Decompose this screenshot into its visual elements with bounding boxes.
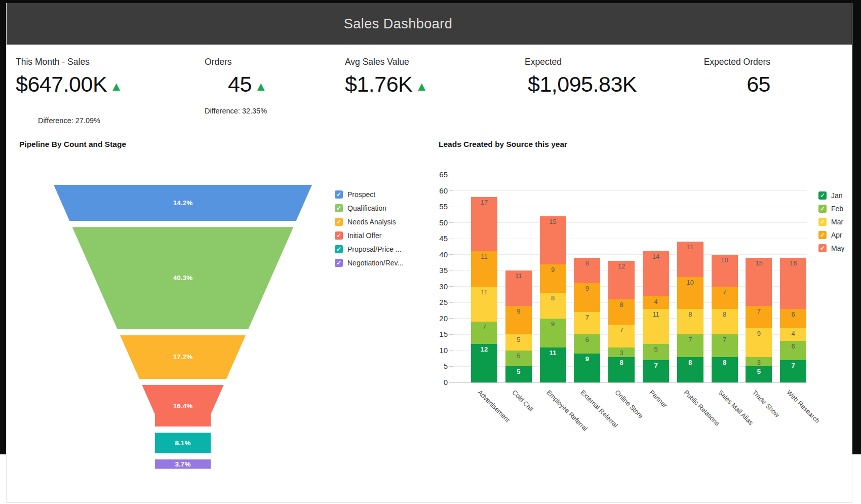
kpi-expected-orders: Expected Orders 65 — [698, 57, 770, 103]
bar-value-label: 15 — [746, 259, 772, 267]
bar-value-label: 9 — [574, 285, 600, 292]
bar-value-label: 9 — [540, 266, 566, 274]
legend-checkbox-icon: ✓ — [818, 191, 827, 200]
legend-item-needs-analysis[interactable]: ✓Needs Analysis — [335, 218, 403, 226]
bar-value-label: 10 — [677, 279, 703, 286]
legend-item-qualification[interactable]: ✓Qualification — [335, 204, 403, 212]
bar-value-label: 8 — [677, 311, 703, 318]
bar-value-label: 11 — [643, 311, 669, 318]
x-axis-category-label: Online Store — [614, 389, 645, 420]
y-axis-tick — [449, 239, 453, 239]
legend-item-label: Needs Analysis — [347, 218, 396, 226]
x-axis-category-label: Trade Show — [751, 389, 781, 419]
x-axis-category-label: Sales Mail Alias — [717, 389, 755, 427]
bar-value-label: 8 — [540, 294, 566, 302]
bar-value-label: 6 — [780, 311, 806, 318]
legend-item-negotiation-rev-[interactable]: ✓Negotiation/Rev... — [335, 259, 403, 267]
funnel-chart-title: Pipeline By Count and Stage — [19, 140, 126, 149]
y-axis-tick-label: 15 — [428, 330, 448, 338]
legend-item-label: Mar — [831, 218, 843, 226]
legend-checkbox-icon: ✓ — [335, 190, 343, 199]
legend-item-label: Proposal/Price ... — [347, 245, 402, 253]
legend-checkbox-icon: ✓ — [335, 218, 343, 226]
funnel-legend: ✓Prospect✓Qualification✓Needs Analysis✓I… — [335, 190, 403, 273]
legend-item-label: Jan — [831, 191, 843, 200]
x-axis-category-label: Public Relations — [682, 389, 721, 428]
gridline — [453, 207, 807, 207]
bar-value-label: 8 — [712, 311, 738, 318]
y-axis-tick-label: 0 — [428, 378, 448, 386]
bar-value-label: 7 — [643, 362, 669, 369]
legend-item-proposal-price-[interactable]: ✓Proposal/Price ... — [335, 245, 403, 253]
bar-value-label: 8 — [712, 359, 738, 366]
legend-item-jan[interactable]: ✓Jan — [818, 191, 844, 200]
y-axis-tick-label: 10 — [428, 346, 448, 355]
dashboard-card: Sales Dashboard This Month - Sales $647.… — [6, 3, 852, 502]
kpi-value: 65 — [747, 72, 770, 96]
y-axis-tick-label: 30 — [428, 282, 448, 291]
bar-value-label: 10 — [712, 256, 738, 264]
kpi-value: $1.76K — [345, 72, 412, 96]
bar-value-label: 9 — [574, 355, 600, 363]
y-axis-line — [453, 175, 453, 382]
bar-value-label: 7 — [780, 362, 806, 369]
bar-value-label: 11 — [677, 243, 703, 251]
bar-value-label: 8 — [608, 301, 635, 308]
trend-up-icon: ▲ — [110, 72, 123, 100]
legend-item-label: May — [831, 244, 844, 252]
bar-value-label: 7 — [608, 326, 635, 334]
bar-value-label: 8 — [608, 359, 635, 366]
bar-value-label: 7 — [746, 307, 772, 315]
bar-value-label: 11 — [540, 349, 566, 357]
page-title: Sales Dashboard — [344, 16, 453, 32]
legend-item-feb[interactable]: ✓Feb — [818, 205, 844, 213]
kpi-value: $647.00K — [16, 72, 107, 96]
kpi-label: Expected — [525, 57, 637, 67]
gridline — [453, 222, 807, 223]
bar-value-label: 11 — [471, 253, 497, 260]
y-axis-tick-label: 35 — [428, 266, 448, 275]
bar-value-label: 7 — [677, 336, 703, 343]
kpi-value: 45 — [228, 72, 252, 96]
funnel-segment-label: 8.1% — [175, 439, 191, 447]
kpi-label: Expected Orders — [698, 57, 770, 67]
legend-item-initial-offer[interactable]: ✓Initial Offer — [335, 231, 403, 240]
legend-item-label: Negotiation/Rev... — [347, 259, 403, 267]
kpi-avg-sales-value: Avg Sales Value $1.76K▲ — [345, 57, 428, 103]
kpi-expected: Expected $1,095.83K — [525, 57, 637, 103]
legend-checkbox-icon: ✓ — [335, 231, 343, 240]
bar-chart-title: Leads Created by Source this year — [439, 140, 567, 149]
bar-value-label: 5 — [643, 345, 669, 353]
y-axis-tick-label: 40 — [428, 250, 448, 259]
kpi-value: $1,095.83K — [528, 72, 637, 96]
y-axis-tick — [449, 190, 453, 191]
y-axis-tick — [449, 366, 453, 367]
trend-up-icon: ▲ — [255, 72, 267, 100]
bar-value-label: 12 — [471, 345, 497, 353]
y-axis-tick-label: 55 — [428, 202, 448, 211]
y-axis-tick — [449, 222, 453, 223]
legend-checkbox-icon: ✓ — [818, 205, 827, 213]
legend-item-label: Prospect — [347, 190, 375, 199]
gridline — [453, 175, 807, 175]
y-axis-tick — [449, 254, 453, 255]
bar-value-label: 4 — [780, 330, 806, 337]
legend-item-label: Qualification — [347, 204, 386, 212]
bar-value-label: 3 — [608, 349, 635, 357]
x-axis-category-label: Advertisement — [476, 389, 511, 423]
kpi-label: Avg Sales Value — [345, 57, 428, 67]
y-axis-tick-label: 25 — [428, 298, 448, 306]
bar-value-label: 15 — [540, 218, 566, 225]
legend-item-prospect[interactable]: ✓Prospect — [335, 190, 403, 199]
legend-item-mar[interactable]: ✓Mar — [818, 218, 844, 226]
x-axis-category-label: Cold Call — [511, 389, 535, 413]
y-axis-tick-label: 60 — [428, 186, 448, 195]
legend-item-may[interactable]: ✓May — [818, 244, 844, 252]
legend-checkbox-icon: ✓ — [818, 218, 827, 226]
bar-value-label: 8 — [574, 259, 600, 267]
bar-value-label: 4 — [643, 298, 669, 305]
sales-dashboard: { "header": { "title": "Sales Dashboard"… — [0, 0, 861, 504]
legend-item-apr[interactable]: ✓Apr — [818, 231, 844, 239]
y-axis-tick-label: 45 — [428, 234, 448, 243]
kpi-label: This Month - Sales — [16, 57, 123, 67]
